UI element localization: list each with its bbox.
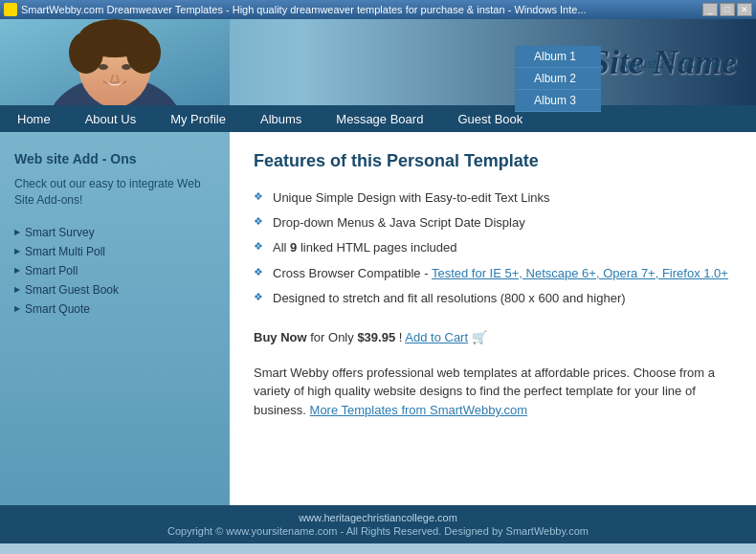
nav-item-albums[interactable]: Albums xyxy=(243,105,319,132)
buy-suffix: ! xyxy=(399,330,403,344)
date-display: August 27, 2007 (Mon) xyxy=(620,57,737,71)
title-bar-buttons[interactable]: _ □ ✕ xyxy=(702,3,752,16)
title-bar-left: SmartWebby.com Dreamweaver Templates - H… xyxy=(4,3,587,16)
sidebar-title: Web site Add - Ons xyxy=(14,151,215,166)
album-item-3[interactable]: Album 3 xyxy=(515,90,601,112)
main-title: Features of this Personal Template xyxy=(254,151,732,171)
feature-item-4: Cross Browser Compatible - Tested for IE… xyxy=(254,261,732,286)
browser-compat-link[interactable]: Tested for IE 5+, Netscape 6+, Opera 7+,… xyxy=(432,266,728,280)
buy-section: Buy Now for Only $39.95 ! Add to Cart 🛒 xyxy=(254,330,732,344)
cart-icon: 🛒 xyxy=(472,330,487,344)
maximize-button[interactable]: □ xyxy=(720,3,735,16)
header-photo xyxy=(0,19,230,105)
minimize-button[interactable]: _ xyxy=(702,3,718,16)
price: $39.95 xyxy=(357,330,395,344)
feature-item-3: All 9 linked HTML pages included xyxy=(254,235,732,260)
svg-point-6 xyxy=(99,64,108,70)
content-wrapper: Web site Add - Ons Check out our easy to… xyxy=(0,132,756,505)
footer-copyright: Copyright © www.yoursitename.com - All R… xyxy=(167,525,589,537)
buy-label: Buy Now xyxy=(254,330,307,344)
feature-list: Unique Simple Design with Easy-to-edit T… xyxy=(254,186,732,311)
add-to-cart-link[interactable]: Add to Cart xyxy=(405,330,468,344)
nav-bar: Home About Us My Profile Albums Message … xyxy=(0,105,756,132)
album-item-2[interactable]: Album 2 xyxy=(515,68,601,90)
svg-point-4 xyxy=(69,32,103,74)
nav-item-home[interactable]: Home xyxy=(0,105,68,132)
window-title: SmartWebby.com Dreamweaver Templates - H… xyxy=(21,4,587,15)
sidebar-link-survey[interactable]: Smart Survey xyxy=(14,223,215,242)
nav-item-about[interactable]: About Us xyxy=(68,105,153,132)
sidebar: Web site Add - Ons Check out our easy to… xyxy=(0,132,230,505)
svg-point-7 xyxy=(122,64,131,70)
sidebar-link-multi-poll[interactable]: Smart Multi Poll xyxy=(14,242,215,261)
sidebar-link-quote[interactable]: Smart Quote xyxy=(14,299,215,319)
browser-icon xyxy=(4,3,17,16)
sidebar-link-guest-book[interactable]: Smart Guest Book xyxy=(14,280,215,299)
footer-url: www.heritagechristiancollege.com xyxy=(299,512,457,523)
feature-item-2: Drop-down Menus & Java Script Date Displ… xyxy=(254,211,732,235)
nav-item-profile[interactable]: My Profile xyxy=(153,105,243,132)
feature-item-5: Designed to stretch and fit all resoluti… xyxy=(254,286,732,311)
buy-text: for Only xyxy=(310,330,357,344)
description: Smart Webby offers professional web temp… xyxy=(254,364,732,420)
footer: www.heritagechristiancollege.com Copyrig… xyxy=(0,505,756,543)
browser-content: Your Site Name Home About Us My Profile … xyxy=(0,19,756,554)
more-templates-link[interactable]: More Templates from SmartWebby.com xyxy=(310,403,528,417)
sidebar-link-poll[interactable]: Smart Poll xyxy=(14,261,215,280)
nav-item-message-board[interactable]: Message Board xyxy=(319,105,440,132)
sidebar-links: Smart Survey Smart Multi Poll Smart Poll… xyxy=(14,223,215,319)
album-item-1[interactable]: Album 1 xyxy=(515,46,601,68)
main-content: Features of this Personal Template Uniqu… xyxy=(230,132,756,505)
close-button[interactable]: ✕ xyxy=(737,3,752,16)
title-bar: SmartWebby.com Dreamweaver Templates - H… xyxy=(0,0,756,19)
feature-item-1: Unique Simple Design with Easy-to-edit T… xyxy=(254,186,732,211)
svg-point-5 xyxy=(126,32,161,74)
sidebar-description: Check out our easy to integrate Web Site… xyxy=(14,176,215,209)
albums-dropdown: Album 1 Album 2 Album 3 xyxy=(515,46,601,112)
